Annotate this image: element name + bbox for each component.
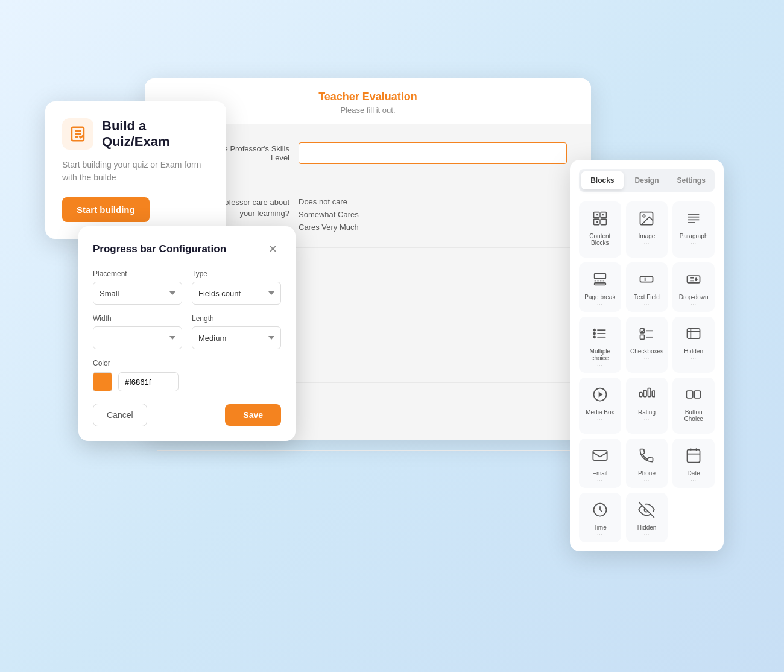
type-label: Type <box>192 270 281 278</box>
page-break-icon <box>589 268 611 290</box>
svg-rect-10 <box>594 274 605 279</box>
width-select[interactable] <box>93 326 182 349</box>
quiz-icon-box <box>62 118 93 150</box>
email-icon <box>589 445 611 466</box>
block-phone-label: Phone <box>638 470 656 477</box>
options-cares: Does not care Somewhat Cares Cares Very … <box>299 197 359 232</box>
svg-rect-37 <box>653 391 656 396</box>
length-field: Length Medium <box>192 314 281 349</box>
svg-rect-41 <box>688 450 700 463</box>
block-hidden-dots: ··· <box>691 356 697 361</box>
dropdown-icon <box>683 268 704 290</box>
block-button-choice-label: Button Choice <box>676 409 711 422</box>
date-icon <box>683 445 704 466</box>
block-hidden2-dots: ··· <box>644 532 650 537</box>
type-select[interactable]: Fields count <box>192 282 281 305</box>
svg-rect-29 <box>688 329 700 338</box>
svg-rect-35 <box>644 390 647 397</box>
option-does-not-care: Does not care <box>299 197 359 206</box>
block-phone[interactable]: Phone ··· <box>626 439 668 488</box>
svg-rect-1 <box>601 212 606 218</box>
block-media-box-dots: ··· <box>597 417 603 422</box>
block-hidden2-label: Hidden <box>637 524 657 531</box>
dialog-title: Progress bar Configuration <box>93 243 226 255</box>
tab-design[interactable]: Design <box>626 171 668 189</box>
color-hex-input[interactable]: #f6861f <box>118 372 179 391</box>
svg-rect-27 <box>640 335 645 339</box>
block-rating-dots: ··· <box>644 417 650 422</box>
placement-field: Placement Small <box>93 270 182 305</box>
multiple-choice-icon <box>589 323 611 344</box>
rating-icon <box>636 384 657 405</box>
checkboxes-icon <box>636 323 657 344</box>
build-quiz-title: Build a Quiz/Exam <box>102 118 209 150</box>
block-content-blocks-label: Content Blocks <box>583 233 618 246</box>
block-paragraph-dots: ··· <box>691 241 697 246</box>
skills-input[interactable] <box>299 142 567 164</box>
block-dropdown-dots: ··· <box>691 302 697 307</box>
svg-rect-40 <box>593 451 607 460</box>
length-label: Length <box>192 314 281 323</box>
block-content-blocks-dots: ··· <box>597 247 603 253</box>
option-cares-very-much: Cares Very Much <box>299 223 359 232</box>
block-checkboxes-label: Checkboxes <box>630 348 663 355</box>
svg-rect-39 <box>694 391 701 398</box>
dialog-close-button[interactable]: ✕ <box>264 241 281 258</box>
block-email[interactable]: Email ··· <box>579 439 621 488</box>
tab-blocks[interactable]: Blocks <box>581 171 624 189</box>
block-dropdown[interactable]: Drop-down ··· <box>672 262 715 312</box>
save-button[interactable]: Save <box>225 404 281 426</box>
image-icon <box>636 208 657 229</box>
start-building-button[interactable]: Start building <box>62 197 150 222</box>
block-text-field[interactable]: Text Field ··· <box>626 262 668 312</box>
phone-icon <box>636 445 657 466</box>
block-media-box-label: Media Box <box>586 409 614 416</box>
width-label: Width <box>93 314 182 323</box>
block-media-box[interactable]: Media Box ··· <box>579 378 621 434</box>
length-select[interactable]: Medium <box>192 326 281 349</box>
block-multiple-choice[interactable]: Multiple choice ··· <box>579 317 621 373</box>
dialog-footer: Cancel Save <box>93 404 281 426</box>
cancel-button[interactable]: Cancel <box>93 404 147 426</box>
tab-settings[interactable]: Settings <box>670 171 712 189</box>
svg-rect-13 <box>640 276 653 282</box>
block-rating-label: Rating <box>638 409 656 416</box>
block-checkboxes[interactable]: Checkboxes ··· <box>626 317 668 373</box>
block-text-field-label: Text Field <box>634 294 660 300</box>
svg-marker-33 <box>598 391 602 397</box>
block-time-label: Time <box>593 524 607 531</box>
block-paragraph[interactable]: Paragraph ··· <box>672 201 715 258</box>
block-paragraph-label: Paragraph <box>680 233 708 239</box>
color-label: Color <box>93 359 281 367</box>
block-image[interactable]: Image ··· <box>626 201 668 258</box>
placement-type-row: Placement Small Type Fields count <box>93 270 281 305</box>
block-date[interactable]: Date ··· <box>672 439 715 488</box>
svg-rect-16 <box>688 276 700 283</box>
block-content-blocks[interactable]: Content Blocks ··· <box>579 201 621 258</box>
media-box-icon <box>589 384 611 405</box>
block-hidden2[interactable]: Hidden ··· <box>626 493 668 542</box>
svg-point-5 <box>643 215 646 217</box>
type-field: Type Fields count <box>192 270 281 305</box>
block-time[interactable]: Time ··· <box>579 493 621 542</box>
block-rating[interactable]: Rating ··· <box>626 378 668 434</box>
blocks-panel: Blocks Design Settings Content Blocks ··… <box>570 160 724 551</box>
block-date-label: Date <box>688 470 700 477</box>
block-phone-dots: ··· <box>644 478 650 483</box>
hidden-icon <box>683 323 704 344</box>
block-image-label: Image <box>639 233 656 239</box>
blocks-tabs: Blocks Design Settings <box>579 169 715 192</box>
block-page-break[interactable]: Page break ··· <box>579 262 621 312</box>
text-field-icon <box>636 268 657 290</box>
color-input-row: #f6861f <box>93 372 281 391</box>
svg-rect-36 <box>648 388 651 397</box>
block-email-label: Email <box>592 470 607 477</box>
block-button-choice[interactable]: Button Choice ··· <box>672 378 715 434</box>
color-swatch[interactable] <box>93 372 112 391</box>
svg-rect-3 <box>601 219 606 224</box>
block-multiple-choice-dots: ··· <box>597 363 603 368</box>
block-hidden-label: Hidden <box>684 348 703 355</box>
block-email-dots: ··· <box>597 478 603 483</box>
block-hidden[interactable]: Hidden ··· <box>672 317 715 373</box>
placement-select[interactable]: Small <box>93 282 182 305</box>
